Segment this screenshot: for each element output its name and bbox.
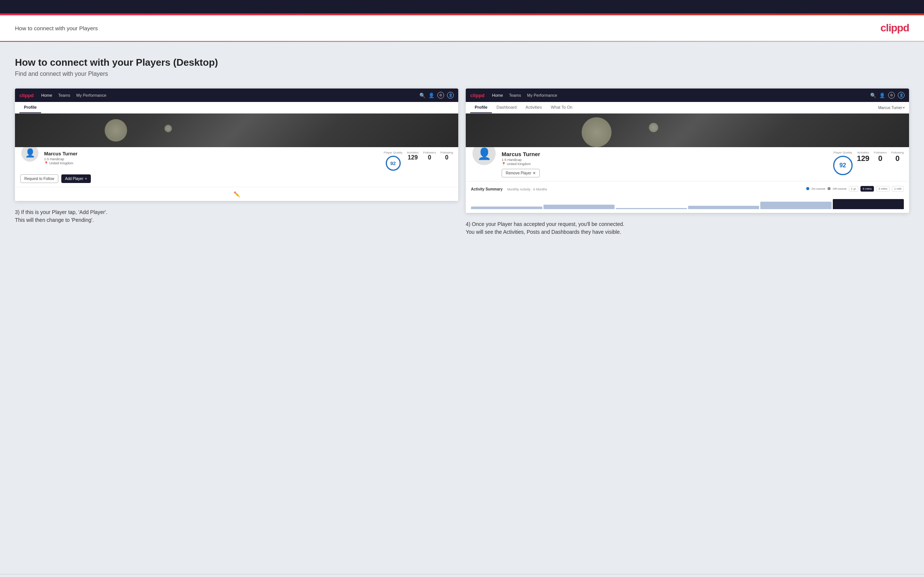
right-avatar-nav-icon[interactable]: 👤 bbox=[898, 92, 905, 98]
right-tab-what-to-on[interactable]: What To On bbox=[546, 102, 577, 113]
right-nav-performance[interactable]: My Performance bbox=[527, 93, 557, 97]
on-course-dot bbox=[806, 187, 809, 190]
bar-on-2 bbox=[615, 208, 687, 209]
header: How to connect with your Players clippd bbox=[0, 15, 924, 41]
right-settings-icon[interactable]: ⚙ bbox=[888, 92, 895, 98]
location-icon: 📍 bbox=[44, 161, 48, 165]
right-activity-title-group: Activity Summary Monthly Activity · 6 Mo… bbox=[471, 185, 547, 192]
right-mock-window: clippd Home Teams My Performance 🔍 👤 ⚙ 👤… bbox=[466, 89, 909, 213]
plus-icon: + bbox=[85, 177, 87, 181]
right-quality-circle: 92 bbox=[833, 156, 853, 175]
left-screenshot-bottom: ✏️ bbox=[15, 187, 458, 201]
right-stat-followers: Followers 0 bbox=[874, 151, 887, 163]
request-to-follow-button[interactable]: Request to Follow bbox=[20, 174, 58, 183]
left-screenshot-col: clippd Home Teams My Performance 🔍 👤 ⚙ 👤… bbox=[15, 89, 458, 236]
bar-on-0 bbox=[471, 206, 542, 209]
left-tab-profile[interactable]: Profile bbox=[19, 102, 41, 113]
left-profile-top: 👤 Marcus Turner 1-5 Handicap 📍 United Ki… bbox=[20, 151, 453, 171]
add-player-button[interactable]: Add Player + bbox=[61, 174, 91, 183]
left-app-logo: clippd bbox=[19, 93, 34, 98]
main-content: How to connect with your Players (Deskto… bbox=[0, 42, 924, 574]
right-screenshot-col: clippd Home Teams My Performance 🔍 👤 ⚙ 👤… bbox=[466, 89, 909, 236]
right-tab-profile[interactable]: Profile bbox=[470, 102, 492, 113]
right-stat-activities: Activities 129 bbox=[857, 151, 869, 163]
left-caption-text: 3) If this is your Player tap, 'Add Play… bbox=[15, 209, 107, 223]
settings-icon[interactable]: ⚙ bbox=[437, 92, 444, 98]
left-player-name: Marcus Turner bbox=[44, 151, 380, 156]
header-logo: clippd bbox=[880, 22, 909, 34]
right-activity-summary: Activity Summary Monthly Activity · 6 Mo… bbox=[466, 181, 909, 213]
search-icon[interactable]: 🔍 bbox=[419, 93, 425, 98]
left-nav-performance[interactable]: My Performance bbox=[76, 93, 107, 97]
page-subheading: Find and connect with your Players bbox=[15, 71, 909, 77]
top-bar bbox=[0, 0, 924, 13]
right-tab-activities[interactable]: Activities bbox=[521, 102, 546, 113]
right-activity-header: Activity Summary Monthly Activity · 6 Mo… bbox=[471, 185, 904, 192]
left-nav-icons: 🔍 👤 ⚙ 👤 bbox=[419, 92, 454, 98]
header-title: How to connect with your Players bbox=[15, 25, 98, 31]
user-icon[interactable]: 👤 bbox=[428, 93, 435, 98]
right-caption-text: 4) Once your Player has accepted your re… bbox=[466, 221, 624, 235]
left-banner bbox=[15, 114, 458, 147]
right-activity-title: Activity Summary bbox=[471, 187, 502, 191]
left-profile-info: Marcus Turner 1-5 Handicap 📍 United King… bbox=[44, 151, 380, 165]
right-nav-teams[interactable]: Teams bbox=[509, 93, 521, 97]
left-app-tabs: Profile bbox=[15, 102, 458, 114]
time-btn-3mths[interactable]: 3 mths bbox=[876, 186, 890, 192]
right-player-name: Marcus Turner bbox=[502, 151, 829, 157]
right-handicap: 1-5 Handicap bbox=[502, 158, 829, 162]
left-caption: 3) If this is your Player tap, 'Add Play… bbox=[15, 208, 458, 224]
right-user-icon[interactable]: 👤 bbox=[879, 93, 885, 98]
right-app-logo: clippd bbox=[470, 93, 485, 98]
left-nav-home[interactable]: Home bbox=[41, 93, 52, 97]
bar-group-3 bbox=[688, 196, 759, 209]
right-tab-user-label: Marcus Turner bbox=[879, 106, 902, 110]
bar-on-3 bbox=[688, 206, 759, 209]
right-bar-chart bbox=[471, 194, 904, 209]
on-course-label: On course bbox=[811, 187, 825, 190]
right-stat-following: Following 0 bbox=[891, 151, 904, 163]
off-course-label: Off course bbox=[833, 187, 846, 190]
bar-group-2 bbox=[615, 196, 687, 209]
right-nav-home[interactable]: Home bbox=[492, 93, 503, 97]
right-quality-block: Player Quality 92 bbox=[833, 151, 853, 175]
bar-on-5 bbox=[833, 199, 904, 209]
bar-group-5 bbox=[833, 196, 904, 209]
footer: Copyright Clippd 2022 bbox=[0, 574, 924, 577]
bar-group-0 bbox=[471, 196, 542, 209]
left-profile-area: 👤 Marcus Turner 1-5 Handicap 📍 United Ki… bbox=[15, 147, 458, 187]
left-quality-block: Player Quality 92 bbox=[384, 151, 402, 171]
right-app-nav: clippd Home Teams My Performance 🔍 👤 ⚙ 👤 bbox=[466, 89, 909, 102]
left-stat-activities: Activities 129 bbox=[407, 151, 418, 161]
left-mock-window: clippd Home Teams My Performance 🔍 👤 ⚙ 👤… bbox=[15, 89, 458, 201]
remove-player-button[interactable]: Remove Player ✕ bbox=[502, 169, 540, 177]
right-profile-area: 👤 Marcus Turner 1-5 Handicap 📍 United Ki… bbox=[466, 147, 909, 181]
time-btn-1mth[interactable]: 1 mth bbox=[892, 186, 904, 192]
right-location: 📍 United Kingdom bbox=[502, 162, 829, 166]
page-heading: How to connect with your Players (Deskto… bbox=[15, 57, 909, 68]
left-nav-teams[interactable]: Teams bbox=[58, 93, 70, 97]
left-profile-buttons: Request to Follow Add Player + bbox=[20, 174, 453, 183]
left-stat-following: Following 0 bbox=[440, 151, 453, 161]
right-profile-info: Marcus Turner 1-5 Handicap 📍 United King… bbox=[502, 151, 829, 177]
left-quality-circle: 92 bbox=[386, 156, 401, 171]
avatar-icon[interactable]: 👤 bbox=[447, 92, 454, 98]
bar-on-1 bbox=[543, 205, 615, 209]
left-handicap: 1-5 Handicap bbox=[44, 157, 380, 161]
off-course-dot bbox=[827, 187, 830, 190]
right-app-tabs: Profile Dashboard Activities What To On … bbox=[466, 102, 909, 114]
right-quality-label: Player Quality bbox=[834, 151, 852, 154]
right-activity-subtitle: Monthly Activity · 6 Months bbox=[507, 187, 547, 191]
right-tab-dashboard[interactable]: Dashboard bbox=[492, 102, 521, 113]
left-avatar-icon: 👤 bbox=[25, 148, 35, 158]
time-btn-6mths[interactable]: 6 mths bbox=[861, 186, 874, 192]
right-profile-top: 👤 Marcus Turner 1-5 Handicap 📍 United Ki… bbox=[471, 151, 904, 177]
left-stat-followers: Followers 0 bbox=[423, 151, 436, 161]
right-search-icon[interactable]: 🔍 bbox=[870, 93, 876, 98]
screenshots-row: clippd Home Teams My Performance 🔍 👤 ⚙ 👤… bbox=[15, 89, 909, 236]
right-activity-controls: On course Off course 1 yr 6 mths 3 mths … bbox=[806, 186, 904, 192]
close-icon: ✕ bbox=[533, 171, 536, 175]
right-nav-icons: 🔍 👤 ⚙ 👤 bbox=[870, 92, 905, 98]
time-btn-1yr[interactable]: 1 yr bbox=[849, 186, 858, 192]
left-quality-label: Player Quality bbox=[384, 151, 402, 154]
